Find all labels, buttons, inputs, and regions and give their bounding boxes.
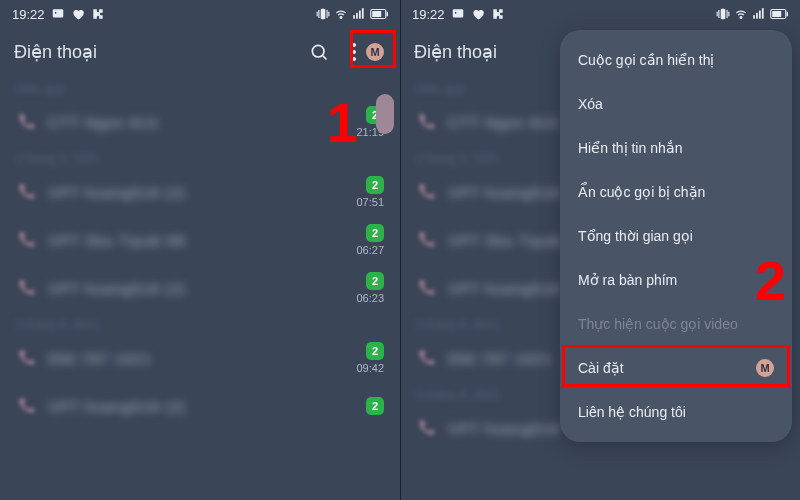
menu-item-settings[interactable]: Cài đặt M bbox=[560, 346, 792, 390]
svg-rect-17 bbox=[721, 9, 726, 20]
svg-rect-24 bbox=[772, 11, 781, 17]
phone-icon bbox=[16, 348, 36, 368]
count-badge: 2 bbox=[366, 272, 384, 290]
phone-icon bbox=[16, 396, 36, 416]
call-row[interactable]: 056 787 1021 2 09:42 bbox=[0, 334, 400, 382]
left-panel: 19:22 Điện thoại M Hôm qua bbox=[0, 0, 400, 500]
call-name: VPT hoang518 (2) bbox=[48, 280, 356, 297]
call-name: CTT Ngon 813 bbox=[48, 114, 356, 131]
svg-rect-4 bbox=[353, 15, 355, 19]
call-name: VPT Sku Tquát 88 bbox=[48, 232, 356, 249]
status-bar: 19:22 bbox=[400, 0, 800, 28]
svg-point-3 bbox=[340, 17, 342, 19]
section-label: Hôm qua bbox=[0, 76, 400, 98]
phone-icon bbox=[416, 112, 436, 132]
vibrate-icon bbox=[316, 7, 330, 21]
phone-icon bbox=[416, 278, 436, 298]
phone-icon bbox=[416, 182, 436, 202]
signal-icon bbox=[352, 7, 366, 21]
gallery-icon bbox=[451, 7, 465, 21]
svg-rect-5 bbox=[356, 13, 358, 19]
call-time: 07:51 bbox=[356, 196, 384, 208]
more-vertical-icon bbox=[352, 43, 356, 61]
svg-rect-9 bbox=[372, 11, 381, 17]
svg-rect-0 bbox=[52, 9, 63, 17]
avatar[interactable]: M bbox=[366, 43, 384, 61]
phone-icon bbox=[416, 418, 436, 438]
count-badge: 2 bbox=[366, 176, 384, 194]
section-label: 4 tháng 9, 2021 bbox=[0, 146, 400, 168]
call-row[interactable]: VPT hoang518 (2) 2 06:23 bbox=[0, 264, 400, 312]
svg-point-16 bbox=[454, 12, 456, 14]
battery-icon bbox=[370, 8, 388, 20]
panel-divider bbox=[400, 0, 401, 500]
menu-item-calls-to-show[interactable]: Cuộc gọi cần hiển thị bbox=[560, 38, 792, 82]
heart-icon bbox=[71, 7, 85, 21]
more-menu-area[interactable]: M bbox=[340, 35, 386, 69]
battery-icon bbox=[770, 8, 788, 20]
svg-rect-6 bbox=[359, 11, 361, 19]
search-button[interactable] bbox=[304, 37, 334, 67]
page-title: Điện thoại bbox=[414, 41, 497, 63]
menu-item-open-keypad[interactable]: Mở ra bàn phím bbox=[560, 258, 792, 302]
phone-icon bbox=[416, 348, 436, 368]
count-badge: 2 bbox=[366, 397, 384, 415]
section-label: 5 tháng 9, 2021 bbox=[0, 312, 400, 334]
menu-item-video-call[interactable]: Thực hiện cuộc gọi video bbox=[560, 302, 792, 346]
phone-icon bbox=[16, 278, 36, 298]
avatar: M bbox=[756, 359, 774, 377]
vibrate-icon bbox=[716, 7, 730, 21]
svg-rect-21 bbox=[759, 11, 761, 19]
menu-item-contact-us[interactable]: Liên hệ chúng tôi bbox=[560, 390, 792, 434]
menu-item-delete[interactable]: Xóa bbox=[560, 82, 792, 126]
call-time: 09:42 bbox=[356, 362, 384, 374]
call-name: VPT hoang518 (2) bbox=[48, 398, 366, 415]
svg-point-1 bbox=[54, 12, 56, 14]
call-time: 06:23 bbox=[356, 292, 384, 304]
call-time: 06:27 bbox=[356, 244, 384, 256]
right-panel: 19:22 Điện thoại Hôm qua CTT Ngon 813 4 … bbox=[400, 0, 800, 500]
count-badge: 2 bbox=[366, 342, 384, 360]
menu-item-label: Cài đặt bbox=[578, 360, 624, 376]
menu-item-show-messages[interactable]: Hiển thị tin nhắn bbox=[560, 126, 792, 170]
menu-item-total-call-time[interactable]: Tổng thời gian gọi bbox=[560, 214, 792, 258]
gallery-icon bbox=[51, 7, 65, 21]
phone-icon bbox=[16, 230, 36, 250]
overflow-menu: Cuộc gọi cần hiển thị Xóa Hiển thị tin n… bbox=[560, 30, 792, 442]
call-row[interactable]: VPT hoang518 (2) 2 07:51 bbox=[0, 168, 400, 216]
call-row[interactable]: VPT hoang518 (2) 2 bbox=[0, 382, 400, 430]
svg-rect-7 bbox=[362, 8, 364, 19]
phone-icon bbox=[416, 230, 436, 250]
phone-icon bbox=[16, 112, 36, 132]
svg-rect-19 bbox=[753, 15, 755, 19]
svg-rect-22 bbox=[762, 8, 764, 19]
svg-point-18 bbox=[740, 17, 742, 19]
menu-item-hide-blocked[interactable]: Ẩn cuộc gọi bị chặn bbox=[560, 170, 792, 214]
svg-point-13 bbox=[352, 50, 356, 54]
call-row[interactable]: VPT Sku Tquát 88 2 06:27 bbox=[0, 216, 400, 264]
wifi-icon bbox=[734, 7, 748, 21]
call-name: VPT hoang518 (2) bbox=[48, 184, 356, 201]
svg-rect-15 bbox=[452, 9, 463, 17]
svg-rect-20 bbox=[756, 13, 758, 19]
svg-rect-10 bbox=[387, 12, 389, 17]
call-list[interactable]: Hôm qua CTT Ngon 813 2 21:19 4 tháng 9, … bbox=[0, 76, 400, 430]
svg-point-11 bbox=[312, 45, 324, 57]
app-header: Điện thoại M bbox=[0, 28, 400, 76]
page-title: Điện thoại bbox=[14, 41, 97, 63]
puzzle-icon bbox=[91, 7, 105, 21]
search-icon bbox=[309, 42, 329, 62]
wifi-icon bbox=[334, 7, 348, 21]
phone-icon bbox=[16, 182, 36, 202]
scroll-handle[interactable] bbox=[376, 94, 394, 134]
call-name: 056 787 1021 bbox=[48, 350, 356, 367]
status-time: 19:22 bbox=[12, 7, 45, 22]
svg-rect-2 bbox=[321, 9, 326, 20]
svg-rect-25 bbox=[787, 12, 789, 17]
count-badge: 2 bbox=[366, 224, 384, 242]
call-row[interactable]: CTT Ngon 813 2 21:19 bbox=[0, 98, 400, 146]
signal-icon bbox=[752, 7, 766, 21]
more-button[interactable] bbox=[342, 37, 366, 67]
status-time: 19:22 bbox=[412, 7, 445, 22]
svg-point-14 bbox=[352, 57, 356, 61]
